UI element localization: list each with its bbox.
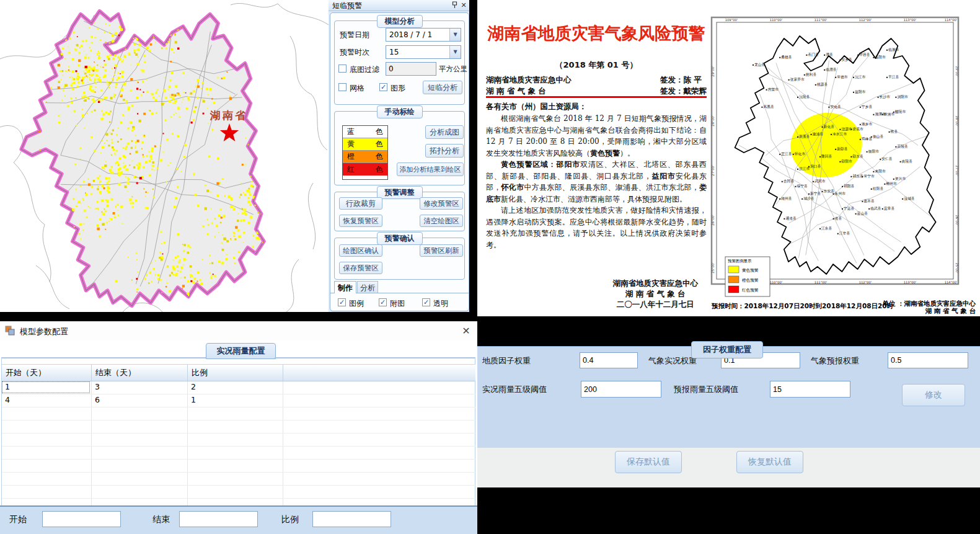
- svg-text:益阳市: 益阳市: [855, 90, 866, 94]
- svg-text:浏阳市: 浏阳市: [897, 95, 908, 99]
- svg-text:武冈市: 武冈市: [814, 179, 826, 183]
- transparent-checkbox[interactable]: ✓: [422, 298, 430, 306]
- admin-clip-button[interactable]: 行政裁剪: [339, 197, 382, 210]
- close-icon[interactable]: ✕: [459, 324, 473, 338]
- warning-document-area: 湖南省地质灾害气象风险预警 （2018 年第 01 号） 湖南省地质灾害应急中心…: [477, 0, 980, 316]
- document-recipient: 各有关市（州）国土资源局：: [486, 102, 587, 112]
- svg-text:常宁市: 常宁市: [863, 174, 875, 178]
- geo-weight-input[interactable]: [580, 352, 638, 368]
- shape-checkbox[interactable]: ✓: [379, 83, 387, 91]
- province-label: 湖南省: [210, 109, 247, 122]
- column-header-end[interactable]: 结束（天）: [92, 365, 188, 381]
- fcst-weight-input[interactable]: [888, 352, 968, 368]
- svg-text:汝城县: 汝城县: [904, 196, 915, 201]
- obs-threshold-input[interactable]: [581, 381, 661, 398]
- modify-warning-zone-button[interactable]: 修改预警区: [420, 197, 463, 210]
- restore-defaults-button[interactable]: 恢复默认值: [736, 451, 803, 473]
- svg-text:祁阳县: 祁阳县: [844, 184, 855, 189]
- factor-weight-panel: 因子权重配置 地质因子权重 气象实况权重 气象预报权重 实况雨量五级阈值 预报雨…: [477, 316, 980, 534]
- warning-time-value: 15: [389, 48, 399, 56]
- svg-text:28°00': 28°00': [955, 115, 959, 126]
- analysis-to-map-button[interactable]: 分析成图: [425, 125, 464, 139]
- document-body: 根据湖南省气象台 2018 年 12 月 7 日短期气象预报情况，湖南省地质灾害…: [486, 113, 707, 251]
- attached-map-checkbox-label: 附图: [390, 298, 405, 309]
- legend-checkbox[interactable]: ✓: [338, 298, 346, 306]
- color-item-orange[interactable]: 橙色: [343, 151, 387, 163]
- table-row[interactable]: 4 6 1: [2, 394, 475, 407]
- svg-text:27°00': 27°00': [711, 165, 715, 176]
- svg-text:新化县: 新化县: [824, 125, 835, 129]
- svg-text:株洲市: 株洲市: [883, 112, 895, 117]
- svg-text:沅江市: 沅江市: [855, 75, 866, 79]
- document-title: 湖南省地质灾害气象风险预警: [486, 22, 707, 45]
- warning-time-dropdown[interactable]: 15 ▼: [386, 45, 461, 59]
- filter-unit-label: 平方公里: [439, 65, 467, 74]
- svg-text:111°00': 111°00': [814, 18, 828, 22]
- svg-text:娄底市: 娄底市: [852, 127, 863, 131]
- time-label: 预警时次: [340, 47, 369, 58]
- chevron-down-icon[interactable]: ▼: [449, 46, 461, 58]
- attached-map-checkbox[interactable]: ✓: [379, 298, 387, 306]
- clear-draw-area-button[interactable]: 清空绘图区: [420, 215, 463, 227]
- svg-text:临湘市: 临湘市: [888, 48, 899, 52]
- svg-text:绥宁县: 绥宁县: [797, 184, 808, 188]
- basemap-filter-checkbox[interactable]: [338, 65, 347, 73]
- close-icon[interactable]: ✕: [459, 1, 468, 10]
- svg-text:桃源县: 桃源县: [817, 82, 828, 87]
- svg-text:112°00': 112°00': [859, 18, 872, 22]
- svg-text:桑植县: 桑植县: [781, 55, 792, 60]
- table-row[interactable]: 1 3 2: [2, 381, 475, 394]
- svg-text:溆浦县: 溆浦县: [813, 132, 824, 136]
- color-item-red[interactable]: 红色: [343, 163, 387, 176]
- footer-end-input[interactable]: [179, 511, 258, 527]
- save-defaults-button[interactable]: 保存默认值: [615, 451, 682, 473]
- table-header-row: 开始（天） 结束（天） 比例: [2, 364, 475, 381]
- svg-text:26°00': 26°00': [711, 215, 715, 225]
- column-header-start[interactable]: 开始（天）: [2, 365, 92, 381]
- color-item-yellow[interactable]: 黄色: [343, 138, 387, 151]
- fcst-threshold-input[interactable]: [770, 381, 850, 398]
- footer-ratio-input[interactable]: [312, 511, 391, 527]
- column-header-ratio[interactable]: 比例: [188, 365, 283, 381]
- panel-body: 模型分析 预警日期 2018 / 7 / 1 ▼ 预警时次 15 ▼ 底图过滤 …: [330, 12, 469, 311]
- svg-text:龙山县: 龙山县: [754, 63, 766, 66]
- add-result-to-draw-area-button[interactable]: 添加分析结果到绘区: [397, 162, 464, 176]
- save-warning-zone-button[interactable]: 保存预警区: [339, 262, 382, 274]
- hunan-risk-map[interactable]: 湖南省: [0, 0, 329, 312]
- svg-text:湘乡市: 湘乡市: [862, 122, 873, 127]
- divider-strip: [469, 0, 477, 316]
- svg-text:城步县: 城步县: [803, 197, 814, 200]
- color-item-blue[interactable]: 蓝色: [343, 126, 387, 138]
- tab-analysis[interactable]: 分析: [357, 281, 378, 293]
- svg-text:26°00': 26°00': [955, 215, 959, 225]
- filter-area-input[interactable]: [386, 62, 436, 76]
- pin-icon[interactable]: [450, 1, 459, 10]
- short-term-warning-panel: 短临预警 ✕ 模型分析 预警日期 2018 / 7 / 1 ▼ 预警时次 15 …: [329, 0, 469, 312]
- group-manual-drawing: 手动标绘 蓝色 黄色 橙色 红色 分析成图 拓扑分析 添加分析结果到绘区: [334, 111, 465, 185]
- svg-text:新邵县: 新邵县: [837, 146, 848, 151]
- draw-area-confirm-button[interactable]: 绘图区确认: [339, 244, 382, 257]
- topology-analysis-button[interactable]: 拓扑分析: [425, 144, 464, 158]
- svg-text:114°00': 114°00': [945, 280, 958, 284]
- footer-start-input[interactable]: [42, 511, 121, 527]
- svg-text:临武县: 临武县: [870, 207, 881, 211]
- tab-make[interactable]: 制作: [334, 281, 356, 293]
- svg-text:110°00': 110°00': [770, 280, 783, 284]
- transparent-checkbox-label: 透明: [433, 298, 448, 309]
- rain-config-group-label: 实况雨量配置: [206, 343, 276, 359]
- svg-text:衡阳市: 衡阳市: [868, 149, 880, 154]
- svg-text:邵阳市: 邵阳市: [841, 159, 852, 164]
- modify-button[interactable]: 修改: [902, 384, 965, 406]
- document-signature: 湖南省地质灾害应急中心 湖 南 省 气 象 台 二〇一八年十二月七日: [613, 278, 699, 309]
- svg-text:长沙市: 长沙市: [880, 95, 891, 99]
- grid-checkbox[interactable]: [338, 83, 347, 91]
- svg-text:永州市: 永州市: [834, 192, 846, 195]
- svg-text:沅陵县: 沅陵县: [799, 94, 810, 99]
- restore-warning-zone-button[interactable]: 恢复预警区: [339, 215, 382, 227]
- chevron-down-icon[interactable]: ▼: [449, 29, 461, 41]
- warning-zone-refresh-button[interactable]: 预警区刷新: [420, 244, 463, 257]
- rain-config-table: 开始（天） 结束（天） 比例 1 3 2 4 6 1: [2, 364, 475, 512]
- svg-text:洪江市: 洪江市: [798, 167, 810, 171]
- warning-date-dropdown[interactable]: 2018 / 7 / 1 ▼: [386, 28, 461, 42]
- short-term-analysis-button[interactable]: 短临分析: [423, 81, 462, 94]
